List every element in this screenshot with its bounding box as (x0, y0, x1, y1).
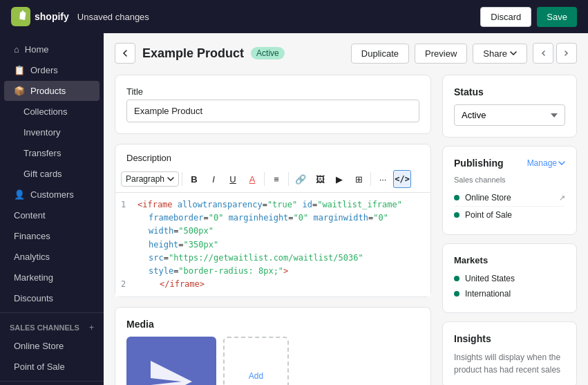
code-line-1d: style="border-radius: 8px;"> (121, 265, 425, 278)
sidebar: ⌂ Home 📋 Orders 📦 Products Collections I… (0, 33, 104, 385)
page-content: Title Description Paragraph (104, 75, 588, 385)
sidebar-inventory-label: Inventory (23, 127, 60, 138)
publishing-title: Publishing (454, 158, 504, 169)
sidebar-item-marketing[interactable]: Marketing (4, 267, 99, 288)
prev-arrow[interactable] (533, 43, 553, 64)
status-title: Status (454, 86, 565, 97)
code-line-1c: height="350px" src="https://getwaitlist.… (121, 238, 425, 265)
logo-label: shopify (35, 11, 69, 22)
sidebar-item-transfers[interactable]: Transfers (4, 143, 99, 163)
media-upload-area[interactable]: Add Add from URL (223, 337, 289, 385)
page-header: Example Product Active Duplicate Preview… (115, 43, 577, 64)
next-arrow[interactable] (556, 43, 577, 64)
save-button[interactable]: Save (537, 7, 577, 27)
sidebar-item-point-of-sale[interactable]: Point of Sale (4, 357, 99, 377)
status-card: Status Active Draft (442, 75, 577, 138)
underline-button[interactable]: U (224, 170, 242, 188)
add-media-label: Add (249, 371, 263, 381)
sidebar-item-analytics[interactable]: Analytics (4, 247, 99, 267)
bold-button[interactable]: B (185, 170, 203, 188)
markets-card: Markets United States International (442, 243, 577, 313)
sales-channels-header: Sales channels + (0, 317, 104, 335)
description-label: Description (126, 153, 419, 163)
color-button[interactable]: A (243, 170, 261, 188)
paragraph-select[interactable]: Paragraph (121, 171, 179, 187)
content-wrapper: Title Description Paragraph (115, 75, 577, 385)
sidebar-products-label: Products (30, 86, 66, 96)
customers-icon: 👤 (14, 189, 25, 200)
link-button[interactable]: 🔗 (292, 170, 310, 188)
code-button[interactable]: </> (393, 170, 411, 188)
status-select[interactable]: Active Draft (454, 104, 565, 126)
sidebar-item-gift-cards[interactable]: Gift cards (4, 164, 99, 184)
sidebar-item-finances[interactable]: Finances (4, 226, 99, 246)
share-button[interactable]: Share (473, 44, 527, 64)
us-dot (454, 276, 459, 281)
manage-label: Manage (527, 158, 557, 168)
sidebar-item-home[interactable]: ⌂ Home (4, 39, 99, 59)
toolbar-divider-3 (288, 172, 289, 186)
paragraph-label: Paragraph (126, 174, 164, 184)
media-grid: Add Add from URL (126, 337, 419, 385)
market-us: United States (454, 271, 565, 286)
channel-icon[interactable]: ↗ (559, 194, 565, 203)
title-card: Title (115, 75, 431, 134)
align-button[interactable]: ≡ (267, 170, 285, 188)
code-line-1: 1 <iframe allowtransparency="true" id="w… (121, 198, 425, 212)
topbar-title: Unsaved changes (77, 12, 149, 22)
sidebar-item-products[interactable]: 📦 Products (4, 81, 99, 101)
intl-dot (454, 291, 459, 297)
sidebar-item-collections[interactable]: Collections (4, 102, 99, 122)
sidebar-item-content[interactable]: Content (4, 205, 99, 225)
pos-channel-label: Point of Sale (465, 210, 512, 220)
sidebar-item-customers[interactable]: 👤 Customers (4, 185, 99, 205)
sidebar-finances-label: Finances (14, 231, 50, 241)
media-thumbnail (126, 337, 216, 385)
sidebar-marketing-label: Marketing (14, 272, 53, 283)
discard-button[interactable]: Discard (480, 7, 531, 27)
media-title: Media (126, 319, 419, 330)
duplicate-button[interactable]: Duplicate (351, 44, 409, 64)
sidebar-analytics-label: Analytics (14, 252, 50, 262)
content-right: Status Active Draft Publishing M (442, 75, 577, 385)
sales-channels-title: Sales channels (10, 323, 79, 332)
sidebar-item-orders[interactable]: 📋 Orders (4, 60, 99, 80)
toolbar-divider-2 (264, 172, 265, 186)
online-store-channel-label: Online Store (465, 193, 511, 203)
title-input[interactable] (126, 100, 419, 122)
manage-link[interactable]: Manage (527, 158, 565, 168)
topbar-left: shopify Unsaved changes (11, 7, 149, 26)
editor-body[interactable]: 1 <iframe allowtransparency="true" id="w… (115, 193, 430, 297)
italic-button[interactable]: I (205, 170, 222, 188)
channel-online-store: Online Store ↗ (454, 189, 565, 207)
page-header-container: Example Product Active Duplicate Preview… (104, 33, 588, 75)
page-area: Example Product Active Duplicate Preview… (104, 33, 588, 385)
markets-title: Markets (454, 255, 565, 265)
content-left: Title Description Paragraph (115, 75, 431, 385)
expand-icon[interactable]: + (89, 323, 94, 332)
intl-label: International (465, 289, 511, 299)
sidebar-collections-label: Collections (23, 106, 68, 117)
products-icon: 📦 (14, 86, 25, 96)
toolbar-divider-1 (182, 172, 182, 186)
image-button[interactable]: 🖼 (311, 170, 329, 188)
more-button[interactable]: ··· (374, 170, 392, 188)
sidebar-item-online-store[interactable]: Online Store (4, 336, 99, 356)
toolbar-divider-4 (370, 172, 371, 186)
preview-button[interactable]: Preview (415, 44, 467, 64)
insights-text: Insights will display when the product h… (454, 351, 565, 376)
channel-pos: Point of Sale (454, 207, 565, 223)
table-button[interactable]: ⊞ (350, 170, 368, 188)
back-button[interactable] (115, 43, 135, 64)
video-button[interactable]: ▶ (330, 170, 348, 188)
sidebar-item-inventory[interactable]: Inventory (4, 122, 99, 142)
orders-icon: 📋 (14, 65, 25, 75)
sidebar-transfers-label: Transfers (23, 148, 61, 158)
home-icon: ⌂ (14, 44, 19, 55)
sales-channels-subtitle: Sales channels (454, 176, 565, 184)
sidebar-home-label: Home (25, 44, 49, 55)
sidebar-item-discounts[interactable]: Discounts (4, 288, 99, 308)
sidebar-online-store-label: Online Store (14, 341, 64, 351)
description-label-wrap: Description (115, 144, 430, 163)
market-intl: International (454, 286, 565, 301)
